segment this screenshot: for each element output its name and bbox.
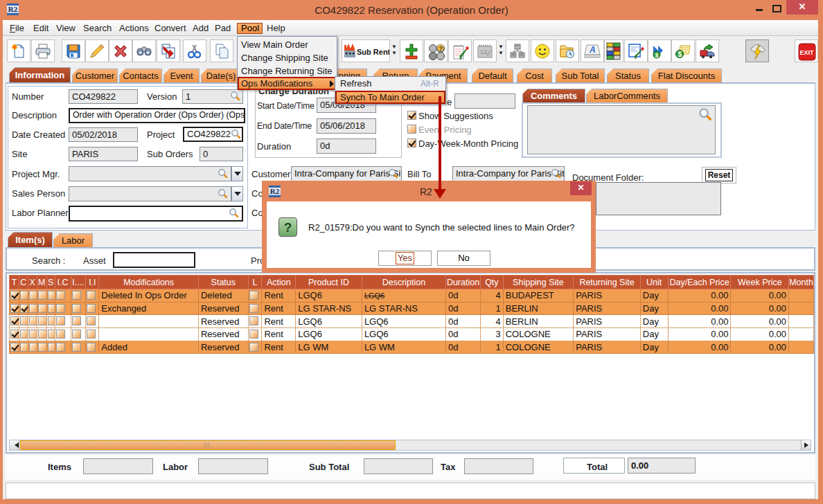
svg-text:A: A	[589, 45, 596, 55]
svg-text:$: $	[678, 51, 682, 58]
svg-text:?: ?	[439, 45, 443, 52]
svg-text:Sub Rent: Sub Rent	[357, 48, 389, 56]
svg-text:EXIT: EXIT	[800, 49, 815, 56]
svg-text:$: $	[655, 52, 659, 59]
svg-text:12: 12	[480, 48, 487, 55]
